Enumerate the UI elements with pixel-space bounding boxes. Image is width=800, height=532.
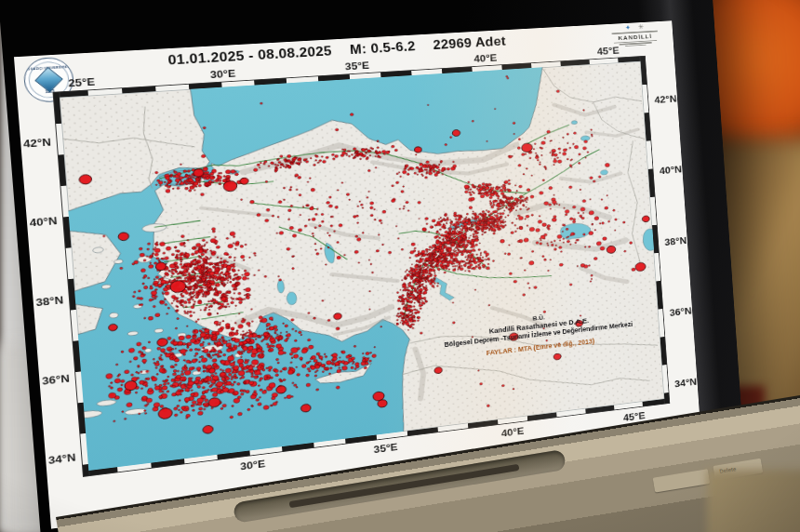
axis-label: 38°N — [35, 293, 64, 308]
keyboard-key — [653, 469, 711, 492]
axis-label: 35°E — [344, 59, 369, 72]
axis-label: 42°N — [23, 135, 52, 149]
title-date-range: 01.01.2025 - 08.08.2025 — [167, 44, 332, 68]
title-magnitude-range: M: 0.5-6.2 — [350, 39, 417, 58]
photo-scene: 01.01.2025 - 08.08.2025M: 0.5-6.222969 A… — [0, 0, 800, 532]
axis-label: 36°N — [42, 372, 71, 387]
axis-label: 40°E — [500, 424, 524, 438]
axis-label: 36°N — [669, 305, 692, 318]
axis-label: 35°E — [373, 441, 398, 456]
axis-label: 30°E — [240, 457, 266, 472]
axis-label: 40°N — [659, 163, 682, 176]
axis-label: 30°E — [209, 67, 235, 80]
axis-label: 25°E — [68, 75, 96, 89]
bogazici-logo-gem-icon — [34, 67, 62, 92]
axis-label: 34°N — [47, 450, 75, 466]
seal-icon: ✳ — [638, 24, 645, 32]
title-event-count: 22969 Adet — [433, 33, 506, 52]
axis-label: 40°N — [29, 214, 58, 229]
axis-label: 42°N — [654, 92, 677, 105]
axis-label: 34°N — [674, 375, 698, 389]
background-table-corner — [707, 470, 800, 532]
axis-label: 38°N — [664, 234, 687, 247]
kandilli-logo-line — [625, 44, 646, 47]
map-svg — [60, 61, 665, 471]
axis-label: 40°E — [473, 51, 498, 64]
axis-label: 45°E — [596, 45, 620, 57]
map-frame: B.Ü. Kandilli Rasathanesi ve D.A.E. Bölg… — [54, 57, 670, 476]
crest-icon: ✦ — [625, 24, 632, 32]
map-canvas — [60, 61, 665, 471]
kandilli-logo-icons: ✦ ✳ — [625, 24, 645, 32]
